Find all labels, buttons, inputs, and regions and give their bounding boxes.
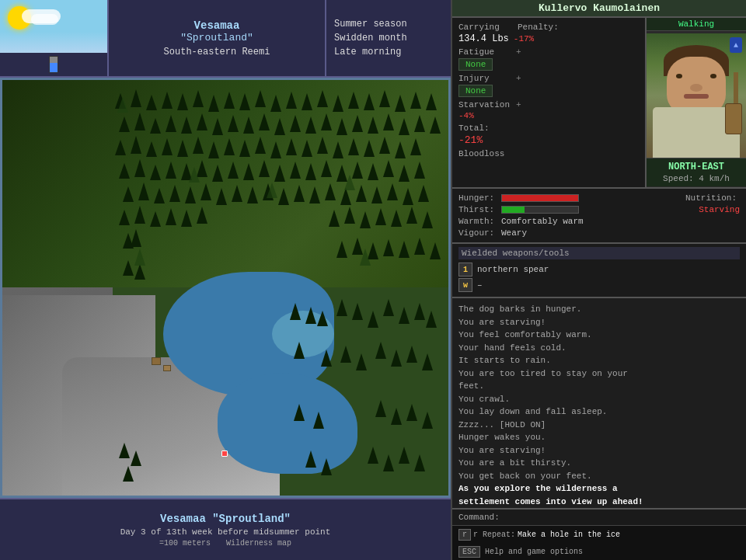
weapons-header: Wielded weapons/tools: [458, 247, 740, 259]
injury-value: None: [458, 85, 493, 97]
total-label: Total:: [458, 123, 513, 133]
time-box: Summer season Swidden month Late morning: [326, 0, 451, 76]
water-area3: [272, 311, 334, 357]
command-area: Command:: [452, 510, 746, 526]
warmth-value: Comfortably warm: [501, 217, 584, 226]
starvation-label: Starvation: [458, 100, 513, 110]
hunger-bar: [501, 194, 579, 202]
structure2: [163, 365, 171, 371]
fatigue-value: None: [458, 58, 493, 71]
hunger-bar-fill: [502, 195, 578, 201]
weather-sky: [0, 0, 107, 53]
repeat-label: r Repeat:: [473, 530, 515, 539]
weapons-panel: Wielded weapons/tools 1 northern spear w…: [452, 244, 746, 298]
player-marker: [221, 450, 228, 457]
direction-box: NORTH-EAST Speed: 4 km/h: [647, 158, 746, 186]
left-panel: Vesamaa "Sproutland" South-eastern Reemi…: [0, 0, 451, 560]
repeat-shortcut: r r Repeat: Make a hole in the ice: [458, 529, 620, 541]
month-label: Swidden month: [334, 33, 407, 43]
speed-label: Speed: 4 km/h: [663, 174, 730, 183]
penalty-label: Penalty:: [518, 23, 559, 32]
thirst-bar-fill: [502, 207, 525, 213]
weather-bar-container: [0, 53, 107, 76]
weapon-row-2: w –: [458, 278, 740, 292]
stats-portrait-row: Carrying Penalty: 134.4 Lbs -17% Fatigue…: [452, 18, 746, 189]
penalty-value: -17%: [514, 34, 534, 43]
log-content: The dog barks in hunger. You are starvin…: [458, 303, 740, 508]
bottom-bar: Vesamaa "Sproutland" Day 3 of 13th week …: [0, 498, 451, 560]
weather-bar: [49, 56, 58, 73]
stats-panel: Carrying Penalty: 134.4 Lbs -17% Fatigue…: [452, 18, 645, 187]
weapon-slot-2[interactable]: w: [458, 278, 472, 292]
area-label: South-eastern Reemi: [164, 47, 270, 57]
carrying-label: Carrying: [458, 23, 513, 32]
time-of-day: Late morning: [334, 47, 401, 57]
direction-label: NORTH-EAST: [668, 162, 724, 172]
location-box: Vesamaa "Sproutland" South-eastern Reemi: [109, 0, 326, 76]
message-log[interactable]: The dog barks in hunger. You are starvin…: [452, 298, 746, 510]
injury-plus: +: [516, 74, 521, 83]
carrying-value: 134.4 Lbs: [458, 33, 509, 44]
speed-label-text: Speed:: [663, 174, 694, 183]
bloodloss-label: Bloodloss: [458, 149, 513, 158]
vigour-value: Weary: [501, 228, 527, 238]
nutrition-label: Nutrition:: [685, 193, 737, 203]
hunger-label: Hunger:: [458, 193, 501, 203]
portrait-image: ▲: [647, 33, 746, 158]
thirst-label: Thirst:: [458, 205, 501, 214]
map-type: Wilderness map: [226, 539, 291, 548]
fatigue-plus: +: [516, 47, 521, 57]
thirst-bar: [501, 206, 579, 214]
map-place-name: Vesamaa "Sproutland": [160, 513, 291, 525]
injury-label: Injury: [458, 74, 513, 83]
command-label: Command:: [458, 513, 740, 522]
forest-top: [0, 78, 451, 287]
cloud-icon2: [31, 14, 58, 25]
fatigue-label: Fatigue: [458, 47, 513, 57]
structure1: [152, 357, 161, 365]
shortcuts-bar: r r Repeat: Make a hole in the ice: [452, 526, 746, 544]
char-header: Kullervo Kaumolainen: [452, 0, 746, 18]
scale-label: =100 meters: [159, 539, 211, 548]
esc-label: Help and game options: [485, 548, 583, 556]
season-label: Summer season: [334, 19, 407, 30]
nutrition-value: Starving: [699, 205, 740, 214]
weapon-1-name: northern spear: [477, 265, 549, 274]
speed-value: 4 km/h: [699, 174, 730, 183]
scale-info: =100 meters Wilderness map: [159, 539, 291, 548]
right-panel: Kullervo Kaumolainen Carrying Penalty: 1…: [451, 0, 746, 560]
weapon-2-name: –: [477, 280, 483, 290]
repeat-key: r: [458, 529, 471, 541]
map-container[interactable]: [0, 78, 451, 498]
top-bar: Vesamaa "Sproutland" South-eastern Reemi…: [0, 0, 451, 78]
vigour-label: Vigour:: [458, 228, 501, 238]
character-name: Kullervo Kaumolainen: [539, 2, 660, 14]
subregion: "Sproutland": [180, 32, 253, 43]
weapon-slot-1[interactable]: 1: [458, 263, 472, 277]
region-name: Vesamaa: [194, 19, 240, 32]
weapon-row-1: 1 northern spear: [458, 263, 740, 277]
day-info: Day 3 of 13th week before midsummer poin…: [120, 527, 331, 537]
warmth-label: Warmth:: [458, 217, 501, 226]
esc-key[interactable]: ESC: [458, 546, 480, 558]
weather-box: [0, 0, 109, 76]
esc-bar: ESC Help and game options: [452, 544, 746, 560]
total-value: -21%: [458, 134, 483, 146]
portrait-status: Walking: [647, 18, 746, 158]
portrait-panel: Walking: [645, 18, 746, 187]
starvation-value: -4%: [458, 111, 474, 120]
status-bars: Hunger: Nutrition: Thirst: Starving Warm…: [452, 189, 746, 244]
repeat-value: Make a hole in the ice: [518, 530, 620, 539]
starvation-plus: +: [516, 100, 521, 110]
activity-badge: Walking: [647, 18, 746, 31]
